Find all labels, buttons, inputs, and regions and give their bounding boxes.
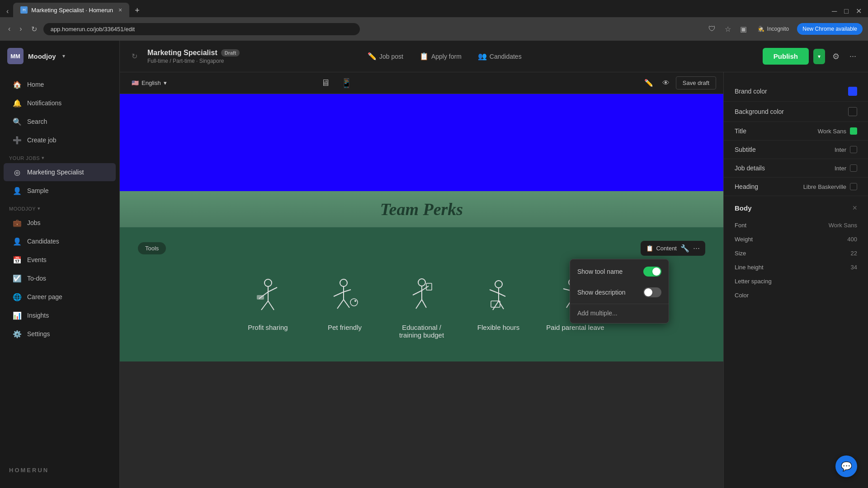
section-controls: 📋 Content 🔧 ··· [641,241,705,256]
settings-icon: ⚙️ [13,329,22,338]
right-panel: Brand color Background color Title Work … [723,72,868,488]
tab-candidates-label: Candidates [490,53,522,60]
show-tool-name-toggle[interactable] [643,267,661,277]
url-input[interactable] [43,23,360,35]
back-btn[interactable]: ‹ [5,23,13,35]
sidebar-item-marketing-specialist[interactable]: ◎ Marketing Specialist [4,163,116,181]
incognito-btn[interactable]: 🕵 Incognito [753,24,794,34]
more-options-btn[interactable]: ··· [847,49,859,64]
sidebar-item-home[interactable]: 🏠 Home [4,75,116,94]
dropdown-item-show-tool-name[interactable]: Show tool name [570,261,669,282]
sidebar-item-settings[interactable]: ⚙️ Settings [4,325,116,343]
close-body-section-btn[interactable]: × [852,203,857,213]
sidebar-item-insights[interactable]: 📊 Insights [4,306,116,324]
maximize-btn[interactable]: □ [841,5,851,17]
dropdown-add-multiple[interactable]: Add multiple... [570,305,669,321]
sidebar-item-jobs[interactable]: 💼 Jobs [4,214,116,232]
tab-close-btn[interactable]: × [118,6,122,14]
sidebar-nav: 🏠 Home 🔔 Notifications 🔍 Search ➕ Create… [0,71,119,460]
publish-dropdown-btn[interactable]: ▾ [813,49,825,64]
svg-point-22 [495,281,502,288]
toggle-knob-off [644,288,652,296]
desktop-view-btn[interactable]: 🖥 [316,75,335,91]
sidebar-item-sample[interactable]: 👤 Sample [4,182,116,200]
canvas-right-tools: ✏️ 👁 Save draft [642,76,716,90]
lang-arrow-icon: ▾ [164,80,167,86]
tab-apply-form-label: Apply form [431,53,462,60]
title-color-swatch[interactable] [850,127,857,135]
settings-gear-btn[interactable]: ⚙ [830,49,842,64]
homerun-logo: HOMERUN [9,467,110,474]
svg-line-27 [499,301,504,309]
sidebar-item-career-page[interactable]: 🌐 Career page [4,288,116,306]
header-actions: Publish ▾ ⚙ ··· [763,48,859,65]
content-btn[interactable]: 📋 Content [646,245,677,252]
svg-point-13 [350,299,358,306]
editor-area: 🇺🇸 English ▾ 🖥 📱 ✏️ 👁 Save draft [120,72,868,488]
sidebar-item-events[interactable]: 📅 Events [4,251,116,269]
font-value: Work Sans [829,222,857,229]
show-description-toggle[interactable] [643,287,661,297]
svg-line-11 [337,300,344,309]
svg-point-0 [264,279,272,286]
content-icon: 📋 [646,245,653,252]
job-details-color-swatch[interactable] [850,164,857,172]
mobile-view-btn[interactable]: 📱 [336,75,357,91]
brand-color-swatch[interactable] [848,87,857,96]
svg-line-24 [490,290,499,293]
label-candidates: Candidates [27,238,59,245]
dropdown-item-show-description[interactable]: Show description [570,282,669,303]
apply-form-icon: 📋 [420,52,429,61]
notification-icon: 🔔 [13,99,22,108]
career-page-icon: 🌐 [13,292,22,301]
job-title-text: Marketing Specialist [147,49,217,57]
job-icon: ◎ [13,168,22,177]
close-window-btn[interactable]: ✕ [853,5,864,17]
sidebar-item-search[interactable]: 🔍 Search [4,113,116,131]
perk-label-pet-friendly: Pet friendly [328,324,362,331]
header-refresh-btn[interactable]: ↻ [129,50,140,62]
size-label: Size [735,250,746,257]
subtitle-color-swatch[interactable] [850,146,857,153]
svg-line-10 [344,290,351,292]
svg-rect-6 [257,295,264,300]
sidebar-item-notifications[interactable]: 🔔 Notifications [4,94,116,112]
active-tab[interactable]: H Marketing Specialist · Homerun × [13,3,129,17]
new-tab-btn[interactable]: + [131,4,143,17]
new-chrome-btn[interactable]: New Chrome available [797,23,863,35]
color-label: Color [735,292,749,299]
svg-point-14 [354,300,356,302]
tab-apply-form[interactable]: 📋 Apply form [412,48,469,64]
forward-btn[interactable]: › [17,23,24,35]
tools-icon-btn[interactable]: 🔧 [680,244,689,253]
perk-item-pet-friendly: Pet friendly [313,274,377,339]
canvas-toolbar: 🇺🇸 English ▾ 🖥 📱 ✏️ 👁 Save draft [120,72,723,94]
dropdown-popup: Show tool name Show description [570,259,669,324]
save-draft-btn[interactable]: Save draft [676,76,716,89]
minimize-btn[interactable]: ─ [829,5,840,17]
tab-candidates[interactable]: 👥 Candidates [471,48,529,64]
sidebar-item-candidates[interactable]: 👤 Candidates [4,232,116,250]
language-btn[interactable]: 🇺🇸 English ▾ [127,78,171,88]
sidebar-brand[interactable]: MM Moodjoy ▾ [0,48,119,71]
todos-icon: ☑️ [13,274,22,283]
preview-btn[interactable]: 👁 [660,76,672,90]
background-color-swatch[interactable] [848,107,857,116]
shield-icon-btn[interactable]: 🛡 [706,23,718,35]
bookmark-btn[interactable]: ☆ [722,23,734,35]
your-jobs-section: Your jobs ▾ [0,150,119,163]
heading-color-swatch[interactable] [850,183,857,190]
chat-btn[interactable]: 💬 [835,455,857,477]
tab-job-post[interactable]: ✏️ Job post [360,48,410,64]
publish-btn[interactable]: Publish [763,48,809,65]
sidebar-toggle-btn[interactable]: ▣ [737,23,750,35]
job-details-font-value: Inter [835,164,857,172]
letter-spacing-label: Letter spacing [735,278,772,285]
section-more-btn[interactable]: ··· [693,244,700,253]
sidebar-item-todos[interactable]: ☑️ To-dos [4,269,116,287]
edit-mode-btn[interactable]: ✏️ [642,76,656,90]
reload-btn[interactable]: ↻ [28,23,40,35]
sidebar-item-create-job[interactable]: ➕ Create job [4,131,116,149]
tab-list-arrow[interactable]: ‹ [4,5,11,17]
candidates-icon: 👤 [13,237,22,246]
